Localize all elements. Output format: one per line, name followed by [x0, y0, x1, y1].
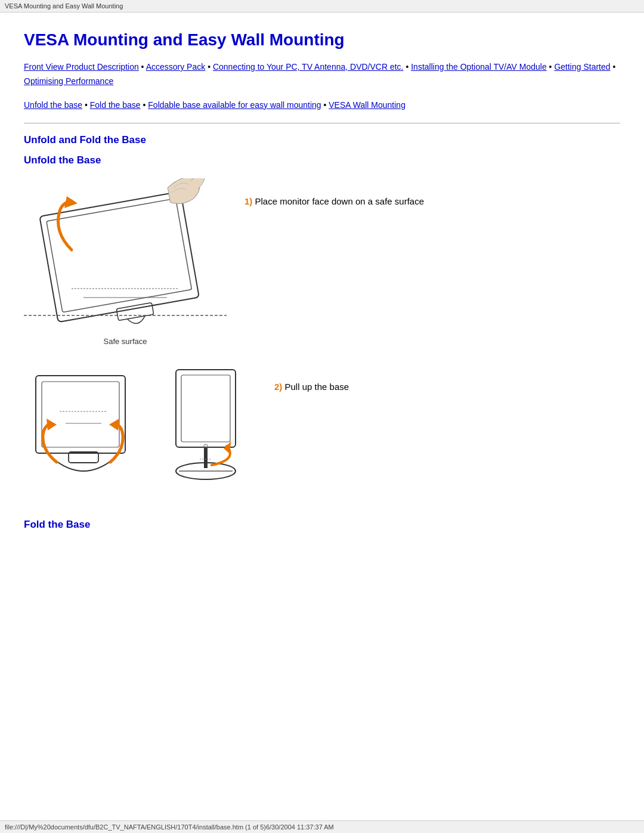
link-installing[interactable]: Installing the Optional TV/AV Module — [411, 62, 547, 72]
diagram-svg-step2a — [24, 364, 143, 501]
step2-diagrams — [24, 364, 256, 501]
svg-rect-14 — [176, 370, 236, 447]
svg-rect-1 — [47, 199, 192, 312]
step2-description: Pull up the base — [285, 382, 349, 392]
subsection-unfold: Unfold the Base — [24, 154, 620, 166]
section-fold: Fold the Base — [24, 519, 620, 531]
svg-rect-15 — [181, 375, 230, 442]
svg-marker-10 — [47, 419, 57, 431]
link-front-view[interactable]: Front View Product Description — [24, 62, 139, 72]
link-unfold-base[interactable]: Unfold the base — [24, 100, 82, 110]
step2-text-area: 2) Pull up the base — [274, 364, 620, 392]
section-main-title: Unfold and Fold the Base — [24, 134, 620, 146]
step1-num: 1) — [244, 196, 252, 206]
svg-marker-3 — [64, 196, 78, 208]
diagram-svg-step2b — [155, 364, 256, 501]
instruction-row-2: 2) Pull up the base — [24, 364, 620, 501]
link-getting-started[interactable]: Getting Started — [554, 62, 610, 72]
browser-bar-text: VESA Mounting and Easy Wall Mounting — [5, 2, 123, 10]
page-title: VESA Mounting and Easy Wall Mounting — [24, 30, 620, 49]
nav-links-row2: Unfold the base • Fold the base • Foldab… — [24, 98, 620, 113]
svg-marker-11 — [109, 419, 119, 431]
link-accessory-pack[interactable]: Accessory Pack — [146, 62, 206, 72]
link-foldable-base[interactable]: Foldable base available for easy wall mo… — [148, 100, 321, 110]
browser-bar: VESA Mounting and Easy Wall Mounting — [0, 0, 644, 13]
diagram-step1: Safe surface — [24, 178, 227, 346]
link-fold-base[interactable]: Fold the base — [90, 100, 141, 110]
diagram-svg-step1 — [24, 178, 227, 333]
link-optimising[interactable]: Optimising Performance — [24, 76, 113, 86]
divider — [24, 123, 620, 123]
nav-links-row1: Front View Product Description • Accesso… — [24, 60, 620, 89]
step2-num: 2) — [274, 382, 282, 392]
status-bar-text: file:///D|/My%20documents/dfu/B2C_TV_NAF… — [5, 823, 334, 831]
subsection-fold: Fold the Base — [24, 519, 620, 531]
svg-rect-2 — [116, 303, 154, 321]
step1-text-area: 1) Place monitor face down on a safe sur… — [244, 178, 620, 206]
svg-rect-8 — [42, 382, 119, 447]
link-connecting[interactable]: Connecting to Your PC, TV Antenna, DVD/V… — [213, 62, 404, 72]
status-bar: file:///D|/My%20documents/dfu/B2C_TV_NAF… — [0, 820, 644, 833]
step1-description: Place monitor face down on a safe surfac… — [255, 196, 425, 206]
instruction-row-1: Safe surface 1) Place monitor face down … — [24, 178, 620, 346]
svg-rect-7 — [36, 376, 125, 453]
link-vesa-wall[interactable]: VESA Wall Mounting — [329, 100, 405, 110]
step1-caption: Safe surface — [104, 337, 147, 346]
